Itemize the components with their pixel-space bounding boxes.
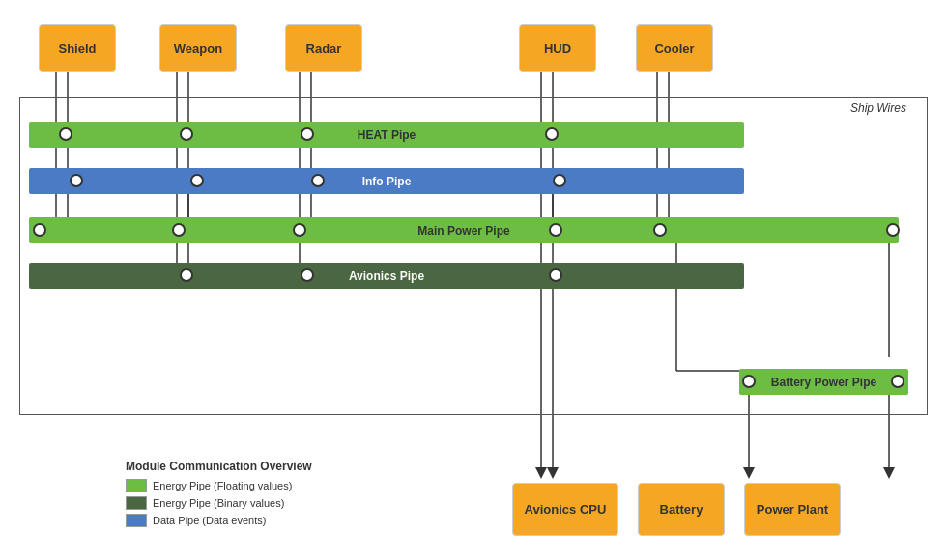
box-hud: HUD <box>519 24 596 72</box>
box-avionics-cpu: Avionics CPU <box>512 483 618 536</box>
main-power-pipe: Main Power Pipe <box>29 217 899 243</box>
connector-mp-hud <box>549 223 562 237</box>
legend-item-data-pipe: Data Pipe (Data events) <box>126 514 312 527</box>
connector-info-hud <box>553 174 566 187</box>
legend-swatch-green-dark <box>126 496 147 510</box>
box-radar: Radar <box>285 24 362 72</box>
legend-item-energy-binary: Energy Pipe (Binary values) <box>126 496 312 510</box>
legend-title: Module Communication Overview <box>126 460 312 473</box>
connector-info-radar <box>311 174 325 187</box>
connector-mp-weapon <box>172 223 186 237</box>
connector-bp-right <box>891 375 904 388</box>
connector-mp-shield <box>33 223 46 237</box>
connector-heat-shield <box>59 127 72 141</box>
connector-av-radar <box>301 268 314 282</box>
box-cooler: Cooler <box>636 24 713 72</box>
legend-swatch-blue <box>126 514 147 527</box>
avionics-pipe: Avionics Pipe <box>29 263 744 289</box>
connector-info-weapon <box>190 174 204 187</box>
heat-pipe: HEAT Pipe <box>29 122 744 148</box>
connector-av-hud <box>549 268 562 282</box>
connector-heat-radar <box>301 127 314 141</box>
connector-av-weapon <box>180 268 193 282</box>
ship-wires-label: Ship Wires <box>850 101 906 115</box>
diagram-container: Ship Wires Shield Weapon Radar HUD Coole… <box>10 10 937 550</box>
connector-mp-right <box>886 223 900 237</box>
legend-item-energy-float: Energy Pipe (Floating values) <box>126 479 312 492</box>
box-weapon: Weapon <box>159 24 237 72</box>
connector-mp-cooler <box>653 223 667 237</box>
connector-mp-radar <box>293 223 306 237</box>
box-shield: Shield <box>39 24 116 72</box>
connector-heat-hud <box>545 127 559 141</box>
legend: Module Communication Overview Energy Pip… <box>126 460 312 531</box>
legend-swatch-green-light <box>126 479 147 492</box>
connector-info-shield <box>70 174 83 187</box>
connector-heat-weapon <box>180 127 193 141</box>
box-power-plant: Power Plant <box>744 483 841 536</box>
info-pipe: Info Pipe <box>29 168 744 194</box>
box-battery: Battery <box>638 483 725 536</box>
battery-power-pipe: Battery Power Pipe <box>739 369 908 395</box>
connector-bp-left <box>742 375 756 388</box>
